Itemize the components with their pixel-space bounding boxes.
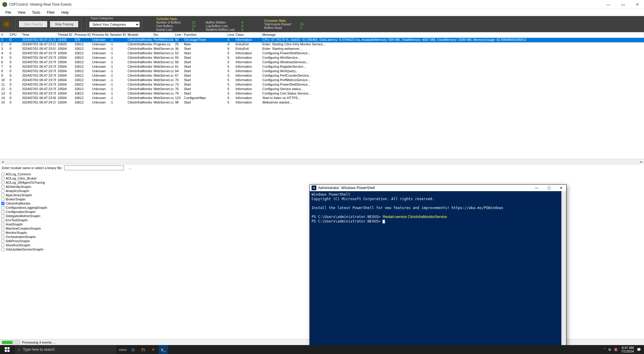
tray-chevron-icon[interactable]: ˄ [604,348,606,352]
table-row[interactable]: 1302024/07/01 06:47:23:760231050410612Un… [0,92,644,96]
table-row[interactable]: 502024/07/01 06:47:23:760201050410612Unk… [0,56,644,60]
column-header[interactable]: Process Name [91,32,109,38]
table-row[interactable]: 702024/07/01 06:47:23:760211050410612Unk… [0,65,644,69]
tray-network-icon[interactable]: ⧉ [609,348,611,352]
column-header[interactable]: CPU [8,32,21,38]
start-tracing-button[interactable]: Start Tracing [19,21,47,27]
start-button[interactable] [0,345,14,354]
module-checkbox[interactable] [1,244,4,247]
table-row[interactable]: 602024/07/01 06:47:23:760201050410612Unk… [0,60,644,65]
scroll-left-icon[interactable]: ◄ [0,159,5,164]
scroll-right-icon[interactable]: ► [639,159,644,164]
ps-close-button[interactable]: ✕ [558,186,564,190]
table-row[interactable]: 1002024/07/01 06:47:23:760211050410612Un… [0,78,644,83]
tray-sound-icon[interactable]: 🔇 [614,348,618,352]
table-row[interactable]: 1102024/07/01 06:47:23:760231050410612Un… [0,83,644,87]
column-header[interactable]: Module [126,32,152,38]
module-checkbox[interactable] [1,239,4,243]
table-row[interactable]: 1202024/07/01 06:47:23:760231050410612Un… [0,87,644,92]
close-button[interactable]: ✕ [633,2,642,7]
column-header[interactable]: Session ID [109,32,126,38]
table-cell: 2024/07/01 06:47:21:29473 [21,38,56,42]
table-cell: Configuring PerfCounterService... [261,74,644,78]
column-header[interactable]: Level [226,32,234,38]
powershell-titlebar[interactable]: ⧉ Administrator: Windows PowerShell — ▢ … [310,185,566,191]
menu-file[interactable]: File [2,10,14,15]
taskbar-search[interactable]: ⌕ Type here to search [15,345,116,354]
stop-tracing-button[interactable]: Stop Tracing [50,21,78,27]
table-row[interactable]: 1502024/07/01 06:47:24:271091050410612Un… [0,101,644,105]
task-view-icon[interactable]: ▭▭ [118,345,128,354]
column-header[interactable]: Thread ID [56,32,73,38]
table-row[interactable]: 302024/07/01 06:47:23:572241050410612Unk… [0,47,644,51]
column-header[interactable]: Time [21,32,56,38]
consumer-stats-title: Consumer Stats: [264,19,309,22]
column-header[interactable]: Class [234,32,261,38]
module-checkbox[interactable] [1,210,4,214]
module-checkbox[interactable] [1,173,4,176]
module-filter-input[interactable] [64,166,124,170]
menu-view[interactable]: View [15,10,28,15]
table-row[interactable]: 1402024/07/01 06:47:23:900981050410612Un… [0,96,644,101]
module-checkbox[interactable] [1,194,4,197]
events-grid[interactable]: #CPUTimeThread IDProcess IDProcess NameS… [0,32,644,159]
column-header[interactable]: Message [261,32,644,38]
powershell-console[interactable]: Windows PowerShell Copyright (C) Microso… [310,191,561,347]
table-cell: Unknown [91,38,109,42]
explorer-icon[interactable]: 🗀 [138,345,148,354]
powershell-window[interactable]: ⧉ Administrator: Windows PowerShell — ▢ … [309,184,566,347]
table-cell: 76 [174,87,183,92]
table-cell: -1 [109,65,126,69]
module-checkbox[interactable] [1,219,4,222]
edge-icon[interactable]: ◎ [128,345,138,354]
ps-scrollbar[interactable] [561,191,566,347]
stat-value: 15 [300,23,309,26]
table-row[interactable]: 102024/07/01 06:47:21:2947310440328Unkno… [0,38,644,42]
module-checkbox[interactable] [1,181,4,184]
table-row[interactable]: 902024/07/01 06:47:23:760211050410612Unk… [0,74,644,78]
table-row[interactable]: 402024/07/01 06:47:23:760181050410612Unk… [0,51,644,56]
module-checkbox-item[interactable]: AOLog_Common [1,172,643,176]
table-row[interactable]: 202024/07/01 06:47:23:227311062010612Unk… [0,42,644,47]
module-checkbox[interactable] [1,177,4,180]
module-checkbox[interactable] [1,189,4,193]
table-cell: Unknown [91,101,109,105]
table-cell: 10504 [56,51,73,56]
ps-minimize-button[interactable]: — [533,186,540,190]
system-tray[interactable]: ˄ ⧉ 🔇 6:47 AM 7/1/2024 💬 [604,346,644,353]
menu-filter[interactable]: Filter [44,10,58,15]
module-checkbox[interactable] [1,223,4,226]
module-checkbox[interactable] [1,198,4,201]
module-checkbox-item[interactable]: AOLog_Citrix_Broker [1,176,643,180]
trace-categories-select[interactable]: Select Your Categories [89,21,140,27]
module-checkbox[interactable] [1,231,4,234]
notifications-icon[interactable]: 💬 [637,348,641,352]
browse-button[interactable]: ... [126,166,134,170]
table-row[interactable]: 802024/07/01 06:47:23:760211050410612Unk… [0,69,644,74]
column-header[interactable]: # [0,32,8,38]
module-checkbox[interactable] [1,185,4,188]
table-cell: 10612 [73,74,91,78]
powershell-taskbar-icon[interactable]: ≥_ [159,345,168,354]
menubar: File View Tools Filter Help [0,9,644,16]
column-header[interactable]: Process ID [73,32,91,38]
menu-help[interactable]: Help [58,10,72,15]
column-header[interactable]: Line [174,32,183,38]
tray-clock[interactable]: 6:47 AM 7/1/2024 [621,346,634,353]
module-checkbox[interactable] [1,235,4,239]
module-checkbox-item[interactable]: AOLog_SRAgentTsTracing [1,180,643,185]
module-checkbox[interactable] [1,248,4,251]
ps-maximize-button[interactable]: ▢ [546,186,552,190]
cdfcontrol-taskbar-icon[interactable]: ✷ [148,345,158,354]
menu-tools[interactable]: Tools [29,10,43,15]
minimize-button[interactable]: — [604,2,613,7]
module-checkbox[interactable] [1,202,4,205]
column-header[interactable]: Function [183,32,226,38]
maximize-button[interactable]: ▭ [619,2,627,7]
module-checkbox[interactable] [1,214,4,218]
module-checkbox[interactable] [1,206,4,209]
module-checkbox[interactable] [1,227,4,230]
table-cell: Start [183,74,226,78]
horizontal-scrollbar[interactable]: ◄ ► [0,159,644,164]
column-header[interactable]: Src [152,32,174,38]
